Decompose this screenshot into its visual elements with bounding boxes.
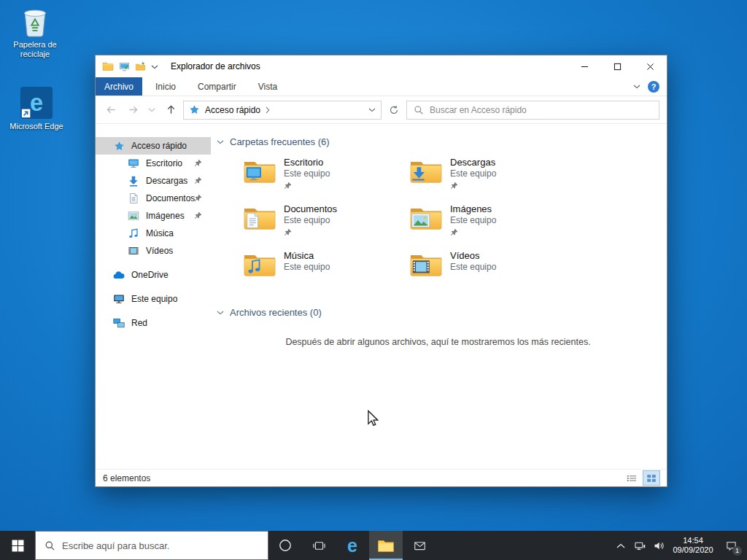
- folder-location: Este equipo: [284, 168, 330, 179]
- search-icon: [44, 540, 55, 551]
- up-button[interactable]: [161, 101, 180, 120]
- taskbar-clock[interactable]: 14:54 09/09/2020: [668, 536, 718, 555]
- pin-icon: [284, 228, 292, 236]
- folder-name: Imágenes: [450, 203, 496, 215]
- refresh-button[interactable]: [384, 101, 403, 120]
- sidebar-item-acceso-rapido[interactable]: Acceso rápido: [96, 137, 211, 155]
- folder-location: Este equipo: [284, 262, 330, 273]
- taskbar: e 14:54 09/09/2020 1: [0, 531, 747, 560]
- qat-customize-button[interactable]: [151, 65, 158, 69]
- details-view-button[interactable]: [624, 471, 640, 485]
- sidebar-item-imagenes[interactable]: Imágenes: [96, 207, 211, 225]
- onedrive-icon: [113, 269, 125, 281]
- notification-badge: 1: [732, 546, 742, 556]
- task-view-button[interactable]: [302, 531, 336, 560]
- cortana-button[interactable]: [268, 531, 302, 560]
- desktop-icon-microsoft-edge[interactable]: e Microsoft Edge: [6, 86, 67, 131]
- titlebar[interactable]: Explorador de archivos: [96, 55, 667, 77]
- pin-icon: [284, 182, 292, 190]
- folder-icon: [409, 251, 443, 279]
- sidebar-item-musica[interactable]: Música: [96, 225, 211, 242]
- folder-icon: [243, 158, 276, 185]
- folder-location: Este equipo: [450, 262, 496, 273]
- videos-icon: [128, 245, 139, 257]
- close-button[interactable]: [634, 55, 667, 77]
- qat-new-folder-button[interactable]: [135, 61, 146, 72]
- folder-tile-pictures[interactable]: ImágenesEste equipo: [409, 203, 576, 249]
- section-header-frequent[interactable]: Carpetas frecuentes (6): [217, 134, 659, 149]
- ribbon-tab-inicio[interactable]: Inicio: [147, 77, 185, 96]
- folder-tile-desktop[interactable]: EscritorioEste equipo: [243, 156, 409, 203]
- sidebar-item-escritorio[interactable]: Escritorio: [96, 155, 211, 172]
- section-header-recent[interactable]: Archivos recientes (0): [217, 305, 659, 319]
- volume-tray-button[interactable]: [649, 531, 668, 560]
- close-icon: [646, 63, 654, 71]
- network-icon: [113, 317, 125, 329]
- music-icon: [128, 228, 139, 239]
- sidebar-item-descargas[interactable]: Descargas: [96, 172, 211, 190]
- folder-tile-music[interactable]: MúsicaEste equipo: [243, 249, 409, 296]
- back-button[interactable]: [101, 101, 120, 120]
- star-icon: [113, 140, 125, 152]
- taskbar-search-box[interactable]: [35, 531, 268, 560]
- sidebar-item-onedrive[interactable]: OneDrive: [96, 266, 211, 284]
- explorer-search-input[interactable]: [430, 105, 652, 115]
- qat-properties-button[interactable]: [119, 61, 130, 72]
- sidebar-item-label: Descargas: [146, 176, 187, 186]
- taskbar-search-input[interactable]: [62, 540, 259, 551]
- taskbar-edge-button[interactable]: e: [336, 531, 369, 560]
- arrow-up-icon: [166, 104, 177, 115]
- sidebar-item-videos[interactable]: Vídeos: [96, 242, 211, 260]
- network-tray-button[interactable]: [630, 531, 649, 560]
- status-bar: 6 elementos: [96, 469, 667, 486]
- desktop-icon-label: Microsoft Edge: [9, 122, 63, 131]
- folder-tile-documents[interactable]: DocumentosEste equipo: [243, 203, 409, 249]
- help-button[interactable]: ?: [648, 81, 659, 93]
- desktop-icon-label: Papelera de reciclaje: [4, 40, 66, 59]
- mail-icon: [414, 540, 426, 552]
- navigation-pane: Acceso rápidoEscritorioDescargasDocument…: [96, 124, 211, 469]
- explorer-search-box[interactable]: [406, 101, 659, 120]
- window-title: Explorador de archivos: [171, 61, 260, 71]
- file-explorer-icon: [377, 538, 395, 553]
- action-center-button[interactable]: 1: [718, 531, 744, 560]
- maximize-button[interactable]: [601, 55, 634, 77]
- sidebar-item-label: Música: [146, 228, 174, 238]
- sidebar-item-label: Acceso rápido: [131, 141, 187, 151]
- expand-ribbon-button[interactable]: [633, 85, 640, 89]
- search-icon: [414, 105, 424, 115]
- explorer-window: Explorador de archivos ArchivoInicioComp…: [95, 55, 667, 487]
- arrow-left-icon: [106, 104, 117, 115]
- start-button[interactable]: [0, 531, 35, 560]
- chevron-right-icon[interactable]: [266, 106, 270, 114]
- ribbon-tab-archivo[interactable]: Archivo: [96, 77, 142, 96]
- taskbar-mail-button[interactable]: [403, 531, 436, 560]
- ribbon-tab-compartir[interactable]: Compartir: [189, 77, 245, 96]
- taskbar-explorer-button[interactable]: [369, 531, 403, 560]
- maximize-icon: [614, 63, 622, 71]
- address-dropdown-button[interactable]: [368, 108, 376, 112]
- large-icons-view-button[interactable]: [643, 471, 659, 485]
- sidebar-item-este-equipo[interactable]: Este equipo: [96, 290, 211, 308]
- folder-tile-videos[interactable]: VídeosEste equipo: [409, 249, 576, 296]
- navigation-bar: Acceso rápido: [96, 96, 667, 124]
- recycle-bin-icon: [20, 6, 50, 38]
- recent-locations-button[interactable]: [145, 101, 158, 120]
- sidebar-item-red[interactable]: Red: [96, 314, 211, 332]
- ribbon-tab-vista[interactable]: Vista: [249, 77, 286, 96]
- frequent-folders-grid: EscritorioEste equipoDescargasEste equip…: [243, 156, 659, 296]
- sidebar-item-label: Documentos: [146, 193, 195, 203]
- section-title: Carpetas frecuentes (6): [230, 136, 330, 147]
- sidebar-item-documentos[interactable]: Documentos: [96, 190, 211, 207]
- minimize-button[interactable]: [568, 55, 601, 77]
- desktop-icon-recycle-bin[interactable]: Papelera de reciclaje: [4, 6, 66, 59]
- ribbon-right-controls: ?: [633, 77, 667, 96]
- pin-icon: [194, 176, 202, 184]
- folder-tile-downloads[interactable]: DescargasEste equipo: [409, 156, 576, 203]
- chevron-down-icon: [148, 108, 155, 112]
- address-bar[interactable]: Acceso rápido: [183, 101, 382, 120]
- show-hidden-icons-button[interactable]: [611, 531, 630, 560]
- explorer-window-icon: [102, 61, 114, 72]
- ethernet-icon: [635, 540, 646, 551]
- forward-button[interactable]: [123, 101, 142, 120]
